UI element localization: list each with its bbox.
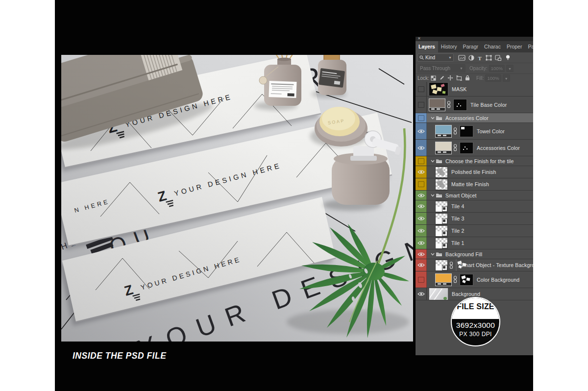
visibility-column[interactable] <box>416 178 427 190</box>
kind-filter-select[interactable]: Kind ▼ <box>417 53 454 62</box>
visibility-column[interactable] <box>416 123 427 139</box>
layer-thumbnail[interactable] <box>435 167 448 178</box>
visibility-column[interactable] <box>416 82 427 96</box>
filter-adjustment-layers-icon[interactable] <box>468 55 474 61</box>
expand-chevron-icon[interactable] <box>431 117 435 120</box>
layer-row[interactable]: Color Background <box>416 271 533 288</box>
eye-icon[interactable] <box>417 263 425 268</box>
tab-paths[interactable]: Paths <box>525 41 533 52</box>
visibility-column[interactable] <box>416 113 427 122</box>
filter-type-layers-icon[interactable]: T <box>477 55 483 61</box>
eye-icon[interactable] <box>417 216 425 221</box>
visibility-column[interactable] <box>416 97 427 113</box>
eye-icon[interactable] <box>417 228 425 233</box>
layer-thumbnail[interactable] <box>435 225 448 237</box>
expand-chevron-icon[interactable] <box>431 253 435 256</box>
visibility-checkbox[interactable] <box>418 86 424 92</box>
filter-shape-layers-icon[interactable] <box>486 55 492 61</box>
layer-row[interactable]: Tile 2 <box>416 225 533 237</box>
visibility-checkbox[interactable] <box>418 115 424 121</box>
visibility-column[interactable] <box>416 140 427 156</box>
layer-thumbnail[interactable] <box>435 125 452 138</box>
tab-character[interactable]: Charac <box>481 41 504 52</box>
lock-position-icon[interactable] <box>447 75 453 81</box>
visibility-column[interactable] <box>416 249 427 259</box>
eye-icon[interactable] <box>417 129 425 134</box>
layer-thumbnail[interactable] <box>435 273 452 286</box>
lock-transparency-icon[interactable] <box>431 75 436 81</box>
layer-thumbnail[interactable] <box>435 260 448 271</box>
visibility-column[interactable] <box>416 200 427 212</box>
layer-group-row[interactable]: Accessories Color <box>416 113 533 123</box>
layer-row[interactable]: Tile Base Color <box>416 97 533 113</box>
blend-mode-select[interactable]: Pass Through ▼ <box>417 64 466 73</box>
layer-row[interactable]: Accessories Color <box>416 140 533 156</box>
layer-row[interactable]: MASK <box>416 82 533 97</box>
visibility-column[interactable] <box>416 259 427 271</box>
layer-mask-thumbnail[interactable] <box>460 274 473 286</box>
eye-icon[interactable] <box>417 170 425 174</box>
layer-thumbnail[interactable] <box>435 201 448 212</box>
fill-value[interactable]: 100% <box>485 74 501 82</box>
layer-row[interactable]: Matte tile Finish <box>416 178 533 191</box>
layer-thumbnail[interactable] <box>429 288 448 300</box>
visibility-column[interactable] <box>416 156 427 166</box>
visibility-checkbox[interactable] <box>418 102 424 108</box>
layer-thumbnail[interactable] <box>435 238 448 249</box>
layer-row[interactable]: Towel Color <box>416 123 533 140</box>
tab-properties[interactable]: Proper <box>504 41 525 52</box>
expand-chevron-icon[interactable] <box>431 194 435 197</box>
lock-pixels-brush-icon[interactable] <box>439 75 444 81</box>
layer-row[interactable]: Smart Object - Texture Background <box>416 259 533 271</box>
filter-pixel-layers-icon[interactable] <box>458 55 466 61</box>
layer-mask-thumbnail[interactable] <box>460 142 473 154</box>
layer-thumbnail[interactable] <box>435 213 448 224</box>
fill-dropdown[interactable]: ▼ <box>503 74 510 82</box>
layer-row[interactable]: Polished tile Finish <box>416 166 533 178</box>
visibility-column[interactable] <box>416 288 427 300</box>
eye-icon[interactable] <box>417 252 425 257</box>
layer-mask-thumbnail[interactable] <box>453 99 467 111</box>
layer-thumbnail[interactable] <box>429 82 448 96</box>
layer-thumbnail[interactable] <box>429 98 445 111</box>
eye-icon[interactable] <box>417 193 425 198</box>
visibility-column[interactable] <box>416 271 427 288</box>
visibility-column[interactable] <box>416 166 427 178</box>
opacity-dropdown[interactable]: ▼ <box>506 65 514 72</box>
filter-toggle-icon[interactable] <box>506 55 510 60</box>
layer-thumbnail[interactable] <box>435 179 448 190</box>
eye-icon[interactable] <box>417 241 425 245</box>
lock-artboard-icon[interactable] <box>456 75 462 81</box>
expand-chevron-icon[interactable] <box>431 160 435 163</box>
layer-row[interactable]: Tile 4 <box>416 200 533 213</box>
visibility-column[interactable] <box>416 213 427 224</box>
eye-icon[interactable] <box>417 292 425 296</box>
visibility-checkbox[interactable] <box>418 181 424 187</box>
layer-thumbnail[interactable] <box>435 142 452 154</box>
eye-icon[interactable] <box>417 204 425 209</box>
tab-history[interactable]: History <box>438 41 460 52</box>
layer-mask-thumbnail[interactable] <box>456 259 457 271</box>
tab-paragraph[interactable]: Paragr <box>460 41 482 52</box>
tab-layers[interactable]: Layers <box>416 41 438 52</box>
layer-group-row[interactable]: Smart Objcet <box>416 191 533 200</box>
visibility-column[interactable] <box>416 191 427 200</box>
lock-all-icon[interactable] <box>465 75 470 81</box>
filter-smart-objects-icon[interactable] <box>495 55 501 61</box>
visibility-checkbox[interactable] <box>418 277 424 283</box>
link-icon[interactable] <box>449 262 453 269</box>
eye-icon[interactable] <box>417 146 425 150</box>
layer-mask-thumbnail[interactable] <box>460 125 473 137</box>
layer-group-row[interactable]: Choose the Finish for the tile <box>416 156 533 166</box>
link-icon[interactable] <box>453 276 457 283</box>
visibility-column[interactable] <box>416 225 427 237</box>
visibility-column[interactable] <box>416 237 427 249</box>
layer-row[interactable]: Tile 3 <box>416 213 533 225</box>
layer-group-row[interactable]: Background Fill <box>416 249 533 259</box>
link-icon[interactable] <box>453 127 457 135</box>
link-icon[interactable] <box>453 144 457 151</box>
opacity-value[interactable]: 100% <box>489 65 505 72</box>
layer-row[interactable]: Tile 1 <box>416 237 533 249</box>
link-icon[interactable] <box>447 101 451 108</box>
close-icon[interactable]: ✕ <box>417 37 421 41</box>
